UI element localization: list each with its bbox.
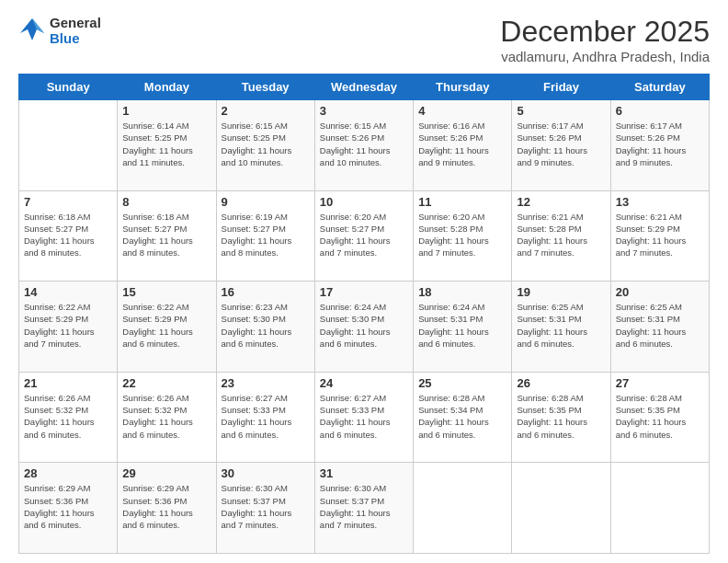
day-number: 20 bbox=[616, 285, 704, 299]
day-number: 3 bbox=[320, 104, 408, 118]
day-info: Sunrise: 6:22 AMSunset: 5:29 PMDaylight:… bbox=[24, 301, 112, 350]
day-number: 4 bbox=[418, 104, 506, 118]
day-info: Sunrise: 6:21 AMSunset: 5:29 PMDaylight:… bbox=[616, 211, 704, 259]
calendar-week-row: 7Sunrise: 6:18 AMSunset: 5:27 PMDaylight… bbox=[19, 190, 710, 282]
calendar-cell: 22Sunrise: 6:26 AMSunset: 5:32 PMDayligh… bbox=[118, 372, 216, 463]
weekday-header-thursday: Thursday bbox=[414, 75, 512, 100]
calendar-cell: 25Sunrise: 6:28 AMSunset: 5:34 PMDayligh… bbox=[414, 372, 512, 463]
weekday-header-monday: Monday bbox=[118, 75, 216, 100]
calendar-cell bbox=[512, 463, 610, 554]
calendar-cell: 6Sunrise: 6:17 AMSunset: 5:26 PMDaylight… bbox=[610, 100, 709, 191]
day-info: Sunrise: 6:22 AMSunset: 5:29 PMDaylight:… bbox=[122, 301, 210, 350]
day-number: 28 bbox=[24, 466, 112, 480]
calendar-cell: 14Sunrise: 6:22 AMSunset: 5:29 PMDayligh… bbox=[19, 282, 118, 373]
calendar-cell: 17Sunrise: 6:24 AMSunset: 5:30 PMDayligh… bbox=[314, 282, 413, 373]
day-info: Sunrise: 6:28 AMSunset: 5:34 PMDaylight:… bbox=[418, 392, 506, 441]
weekday-header-saturday: Saturday bbox=[610, 75, 709, 100]
day-info: Sunrise: 6:30 AMSunset: 5:37 PMDaylight:… bbox=[320, 482, 408, 531]
day-info: Sunrise: 6:19 AMSunset: 5:27 PMDaylight:… bbox=[222, 211, 310, 259]
calendar-cell: 29Sunrise: 6:29 AMSunset: 5:36 PMDayligh… bbox=[118, 463, 216, 554]
calendar-week-row: 14Sunrise: 6:22 AMSunset: 5:29 PMDayligh… bbox=[19, 282, 710, 373]
calendar-cell: 20Sunrise: 6:25 AMSunset: 5:31 PMDayligh… bbox=[610, 282, 709, 373]
calendar-week-row: 1Sunrise: 6:14 AMSunset: 5:25 PMDaylight… bbox=[19, 100, 710, 191]
calendar-cell bbox=[414, 463, 512, 554]
calendar-cell: 18Sunrise: 6:24 AMSunset: 5:31 PMDayligh… bbox=[414, 282, 512, 373]
calendar-cell: 12Sunrise: 6:21 AMSunset: 5:28 PMDayligh… bbox=[512, 190, 610, 282]
day-info: Sunrise: 6:27 AMSunset: 5:33 PMDaylight:… bbox=[222, 392, 310, 441]
day-number: 7 bbox=[24, 195, 112, 209]
day-info: Sunrise: 6:29 AMSunset: 5:36 PMDaylight:… bbox=[24, 482, 112, 531]
calendar-week-row: 28Sunrise: 6:29 AMSunset: 5:36 PMDayligh… bbox=[19, 463, 710, 554]
day-number: 8 bbox=[122, 195, 210, 209]
day-info: Sunrise: 6:21 AMSunset: 5:28 PMDaylight:… bbox=[517, 211, 605, 259]
day-info: Sunrise: 6:20 AMSunset: 5:27 PMDaylight:… bbox=[320, 211, 408, 259]
day-info: Sunrise: 6:28 AMSunset: 5:35 PMDaylight:… bbox=[616, 392, 704, 441]
day-info: Sunrise: 6:25 AMSunset: 5:31 PMDaylight:… bbox=[517, 301, 605, 350]
calendar-week-row: 21Sunrise: 6:26 AMSunset: 5:32 PMDayligh… bbox=[19, 372, 710, 463]
day-info: Sunrise: 6:15 AMSunset: 5:26 PMDaylight:… bbox=[320, 120, 408, 168]
calendar-cell: 10Sunrise: 6:20 AMSunset: 5:27 PMDayligh… bbox=[314, 190, 413, 282]
month-title: December 2025 bbox=[500, 15, 710, 49]
day-number: 14 bbox=[24, 285, 112, 299]
calendar-cell: 27Sunrise: 6:28 AMSunset: 5:35 PMDayligh… bbox=[610, 372, 709, 463]
day-number: 22 bbox=[122, 376, 210, 390]
calendar-cell: 31Sunrise: 6:30 AMSunset: 5:37 PMDayligh… bbox=[314, 463, 413, 554]
calendar-cell: 2Sunrise: 6:15 AMSunset: 5:25 PMDaylight… bbox=[216, 100, 314, 191]
day-number: 25 bbox=[418, 376, 506, 390]
day-number: 1 bbox=[122, 104, 210, 118]
day-number: 17 bbox=[320, 285, 408, 299]
day-info: Sunrise: 6:26 AMSunset: 5:32 PMDaylight:… bbox=[24, 392, 112, 441]
day-info: Sunrise: 6:27 AMSunset: 5:33 PMDaylight:… bbox=[320, 392, 408, 441]
calendar-cell: 21Sunrise: 6:26 AMSunset: 5:32 PMDayligh… bbox=[19, 372, 118, 463]
day-info: Sunrise: 6:29 AMSunset: 5:36 PMDaylight:… bbox=[122, 482, 210, 531]
calendar-cell: 13Sunrise: 6:21 AMSunset: 5:29 PMDayligh… bbox=[610, 190, 709, 282]
calendar-cell: 5Sunrise: 6:17 AMSunset: 5:26 PMDaylight… bbox=[512, 100, 610, 191]
day-number: 24 bbox=[320, 376, 408, 390]
header: General Blue December 2025 vadlamuru, An… bbox=[18, 15, 710, 64]
logo: General Blue bbox=[18, 15, 101, 46]
day-number: 30 bbox=[222, 466, 310, 480]
day-number: 9 bbox=[222, 195, 310, 209]
day-number: 29 bbox=[122, 466, 210, 480]
day-info: Sunrise: 6:18 AMSunset: 5:27 PMDaylight:… bbox=[24, 211, 112, 259]
day-number: 16 bbox=[222, 285, 310, 299]
day-info: Sunrise: 6:17 AMSunset: 5:26 PMDaylight:… bbox=[517, 120, 605, 168]
day-number: 10 bbox=[320, 195, 408, 209]
calendar-cell bbox=[610, 463, 709, 554]
calendar-cell: 1Sunrise: 6:14 AMSunset: 5:25 PMDaylight… bbox=[118, 100, 216, 191]
calendar-cell: 24Sunrise: 6:27 AMSunset: 5:33 PMDayligh… bbox=[314, 372, 413, 463]
calendar-cell: 15Sunrise: 6:22 AMSunset: 5:29 PMDayligh… bbox=[118, 282, 216, 373]
day-info: Sunrise: 6:18 AMSunset: 5:27 PMDaylight:… bbox=[122, 211, 210, 259]
day-info: Sunrise: 6:16 AMSunset: 5:26 PMDaylight:… bbox=[418, 120, 506, 168]
day-number: 23 bbox=[222, 376, 310, 390]
calendar-cell: 26Sunrise: 6:28 AMSunset: 5:35 PMDayligh… bbox=[512, 372, 610, 463]
day-number: 13 bbox=[616, 195, 704, 209]
day-number: 27 bbox=[616, 376, 704, 390]
day-info: Sunrise: 6:30 AMSunset: 5:37 PMDaylight:… bbox=[222, 482, 310, 531]
weekday-header-sunday: Sunday bbox=[19, 75, 118, 100]
calendar-cell: 9Sunrise: 6:19 AMSunset: 5:27 PMDaylight… bbox=[216, 190, 314, 282]
calendar-cell bbox=[19, 100, 118, 191]
day-info: Sunrise: 6:17 AMSunset: 5:26 PMDaylight:… bbox=[616, 120, 704, 168]
calendar-table: SundayMondayTuesdayWednesdayThursdayFrid… bbox=[18, 74, 710, 554]
logo-text: General Blue bbox=[50, 15, 101, 46]
calendar-cell: 28Sunrise: 6:29 AMSunset: 5:36 PMDayligh… bbox=[19, 463, 118, 554]
weekday-header-row: SundayMondayTuesdayWednesdayThursdayFrid… bbox=[19, 75, 710, 100]
location: vadlamuru, Andhra Pradesh, India bbox=[500, 49, 710, 64]
day-number: 26 bbox=[517, 376, 605, 390]
calendar-cell: 30Sunrise: 6:30 AMSunset: 5:37 PMDayligh… bbox=[216, 463, 314, 554]
logo-icon bbox=[18, 17, 46, 44]
day-info: Sunrise: 6:25 AMSunset: 5:31 PMDaylight:… bbox=[616, 301, 704, 350]
day-info: Sunrise: 6:23 AMSunset: 5:30 PMDaylight:… bbox=[222, 301, 310, 350]
calendar-cell: 11Sunrise: 6:20 AMSunset: 5:28 PMDayligh… bbox=[414, 190, 512, 282]
calendar-cell: 16Sunrise: 6:23 AMSunset: 5:30 PMDayligh… bbox=[216, 282, 314, 373]
day-number: 19 bbox=[517, 285, 605, 299]
day-info: Sunrise: 6:15 AMSunset: 5:25 PMDaylight:… bbox=[222, 120, 310, 168]
day-number: 11 bbox=[418, 195, 506, 209]
day-number: 21 bbox=[24, 376, 112, 390]
day-info: Sunrise: 6:24 AMSunset: 5:30 PMDaylight:… bbox=[320, 301, 408, 350]
day-info: Sunrise: 6:14 AMSunset: 5:25 PMDaylight:… bbox=[122, 120, 210, 168]
day-info: Sunrise: 6:20 AMSunset: 5:28 PMDaylight:… bbox=[418, 211, 506, 259]
day-number: 6 bbox=[616, 104, 704, 118]
calendar-cell: 19Sunrise: 6:25 AMSunset: 5:31 PMDayligh… bbox=[512, 282, 610, 373]
